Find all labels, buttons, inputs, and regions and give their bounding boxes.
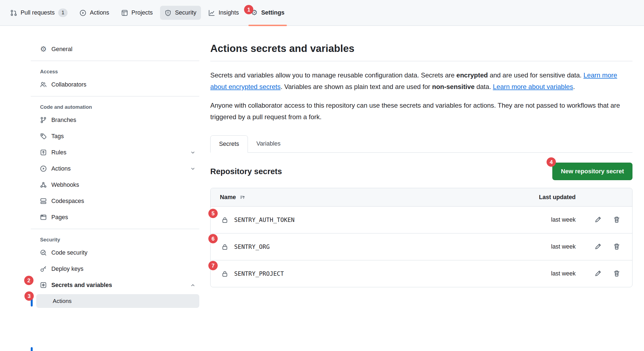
annotation-badge-3: 3 bbox=[24, 291, 34, 301]
trash-icon bbox=[613, 243, 620, 251]
actions-play-icon bbox=[40, 165, 47, 172]
new-repository-secret-button[interactable]: 4 New repository secret bbox=[552, 163, 632, 180]
tab-variables[interactable]: Variables bbox=[248, 135, 289, 152]
codespaces-icon bbox=[40, 198, 47, 204]
chevron-up-icon bbox=[190, 283, 195, 288]
collaborator-access-paragraph: Anyone with collaborator access to this … bbox=[210, 100, 632, 123]
divider bbox=[31, 229, 199, 229]
last-updated-value: last week bbox=[507, 243, 576, 250]
tab-secrets[interactable]: Secrets bbox=[210, 135, 248, 153]
pull-requests-count-badge: 1 bbox=[58, 9, 68, 17]
divider bbox=[31, 96, 199, 96]
secret-row: 7 SENTRY_PROJECT last week bbox=[211, 260, 632, 287]
sidebar-item-collaborators[interactable]: Collaborators bbox=[36, 77, 199, 92]
browser-icon bbox=[40, 214, 47, 221]
edit-secret-button[interactable] bbox=[592, 214, 604, 226]
annotation-badge-6: 6 bbox=[208, 234, 218, 243]
secret-row: 6 SENTRY_ORG last week bbox=[211, 233, 632, 260]
sidebar-section-code-automation: Code and automation bbox=[40, 104, 199, 110]
active-nav-underline bbox=[248, 25, 287, 26]
sidebar-item-webhooks[interactable]: Webhooks bbox=[36, 178, 199, 192]
sidebar-item-actions[interactable]: Actions bbox=[36, 161, 199, 176]
sidebar-item-general[interactable]: ⚙ General bbox=[36, 42, 199, 56]
secret-name: SENTRY_AUTH_TOKEN bbox=[234, 216, 295, 223]
divider bbox=[31, 61, 199, 61]
column-header-last-updated: Last updated bbox=[507, 194, 576, 201]
learn-more-variables-link[interactable]: Learn more about variables bbox=[493, 83, 573, 90]
nav-projects[interactable]: Projects bbox=[117, 0, 158, 26]
nav-insights[interactable]: Insights bbox=[204, 0, 243, 26]
sidebar-item-code-security[interactable]: Code security bbox=[36, 246, 199, 260]
gear-icon: ⚙ bbox=[40, 46, 47, 53]
shield-icon bbox=[165, 10, 171, 16]
last-updated-value: last week bbox=[507, 216, 576, 223]
chevron-down-icon bbox=[190, 150, 195, 155]
tag-icon bbox=[40, 133, 47, 140]
secret-name: SENTRY_ORG bbox=[234, 243, 270, 250]
page-title: Actions secrets and variables bbox=[210, 43, 632, 61]
lock-icon bbox=[222, 271, 228, 277]
sidebar-subitem-actions-selected[interactable]: 3 Actions bbox=[36, 294, 199, 308]
branch-icon bbox=[40, 117, 47, 123]
nav-label: Projects bbox=[131, 9, 153, 16]
sidebar-item-deploy-keys[interactable]: Deploy keys bbox=[36, 262, 199, 276]
pull-request-icon bbox=[10, 10, 17, 16]
sidebar-item-secrets-and-variables[interactable]: 2 Secrets and variables bbox=[36, 278, 199, 292]
sidebar-item-pages[interactable]: Pages bbox=[36, 210, 199, 224]
nav-security[interactable]: Security bbox=[160, 0, 201, 26]
sidebar-item-rules[interactable]: Rules bbox=[36, 145, 199, 160]
secrets-table: Name Last updated 5 SENTRY_AUTH_TOKEN la… bbox=[210, 188, 632, 287]
annotation-badge-2: 2 bbox=[24, 276, 33, 285]
nav-label: Settings bbox=[261, 9, 284, 16]
edit-secret-button[interactable] bbox=[592, 268, 604, 280]
nav-label: Security bbox=[175, 9, 196, 16]
chevron-down-icon bbox=[190, 166, 195, 171]
delete-secret-button[interactable] bbox=[611, 241, 622, 253]
nav-label: Insights bbox=[219, 9, 239, 16]
sidebar-item-codespaces[interactable]: Codespaces bbox=[36, 194, 199, 208]
lock-icon bbox=[222, 244, 228, 250]
nav-pull-requests[interactable]: Pull requests 1 bbox=[6, 0, 72, 26]
repo-top-nav: Pull requests 1 Actions Projects bbox=[0, 0, 644, 26]
nav-label: Actions bbox=[90, 9, 109, 16]
sort-ascending-icon bbox=[240, 195, 245, 200]
secret-row: 5 SENTRY_AUTH_TOKEN last week bbox=[211, 206, 632, 233]
edit-secret-button[interactable] bbox=[592, 241, 604, 253]
sidebar-section-security: Security bbox=[40, 237, 199, 243]
pencil-icon bbox=[595, 216, 601, 224]
repository-secrets-heading: Repository secrets bbox=[210, 167, 282, 176]
annotation-badge-5: 5 bbox=[208, 209, 218, 218]
rules-icon bbox=[40, 149, 47, 156]
asterisk-box-icon bbox=[40, 282, 47, 288]
webhook-icon bbox=[40, 182, 47, 188]
sidebar-section-access: Access bbox=[40, 69, 199, 75]
partial-indicator-bar bbox=[31, 347, 33, 351]
delete-secret-button[interactable] bbox=[611, 214, 622, 226]
nav-settings[interactable]: 1 ⚙ Settings bbox=[246, 0, 289, 26]
projects-table-icon bbox=[121, 10, 128, 16]
column-header-name[interactable]: Name bbox=[220, 194, 507, 201]
key-icon bbox=[40, 266, 47, 272]
secrets-table-header: Name Last updated bbox=[211, 188, 632, 206]
intro-paragraph: Secrets and variables allow you to manag… bbox=[210, 69, 632, 93]
pencil-icon bbox=[595, 243, 601, 251]
main-content: Actions secrets and variables Secrets an… bbox=[210, 38, 632, 287]
lock-icon bbox=[222, 217, 228, 223]
trash-icon bbox=[613, 270, 620, 278]
nav-label: Pull requests bbox=[21, 9, 55, 16]
secret-name: SENTRY_PROJECT bbox=[234, 270, 284, 277]
nav-actions[interactable]: Actions bbox=[75, 0, 114, 26]
repo-settings-page: Pull requests 1 Actions Projects bbox=[0, 0, 644, 351]
secrets-variables-tabs: Secrets Variables bbox=[210, 135, 632, 153]
trash-icon bbox=[613, 216, 620, 224]
settings-sidebar: ⚙ General Access Collaborators Code and … bbox=[31, 37, 199, 308]
last-updated-value: last week bbox=[507, 270, 576, 277]
codescan-check-icon bbox=[40, 249, 47, 256]
delete-secret-button[interactable] bbox=[611, 268, 622, 280]
sidebar-item-tags[interactable]: Tags bbox=[36, 129, 199, 143]
sidebar-item-branches[interactable]: Branches bbox=[36, 113, 199, 127]
annotation-badge-4: 4 bbox=[547, 157, 556, 167]
people-icon bbox=[40, 81, 47, 88]
annotation-badge-7: 7 bbox=[208, 261, 218, 270]
actions-play-icon bbox=[80, 10, 86, 16]
